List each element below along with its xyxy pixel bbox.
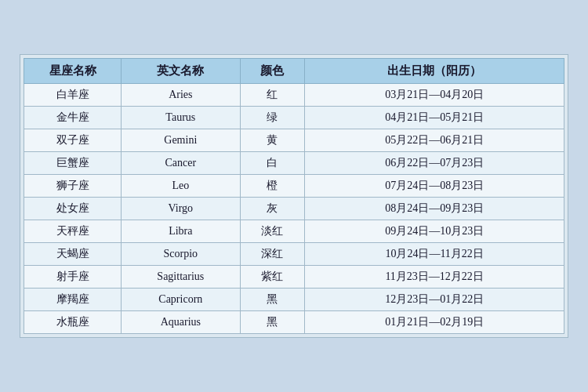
table-row: 水瓶座Aquarius黑01月21日—02月19日 [24, 311, 564, 334]
cell-color: 黄 [240, 129, 305, 152]
cell-date: 04月21日—05月21日 [305, 107, 564, 129]
cell-chinese-name: 摩羯座 [24, 289, 122, 311]
header-color: 颜色 [240, 59, 305, 84]
cell-chinese-name: 射手座 [24, 266, 122, 289]
cell-chinese-name: 双子座 [24, 129, 122, 152]
cell-english-name: Taurus [122, 107, 241, 129]
cell-english-name: Virgo [122, 198, 241, 220]
cell-color: 紫红 [240, 266, 305, 289]
cell-date: 12月23日—01月22日 [305, 289, 564, 311]
cell-english-name: Sagittarius [122, 266, 241, 289]
cell-date: 03月21日—04月20日 [305, 84, 564, 107]
table-row: 双子座Gemini黄05月22日—06月21日 [24, 129, 564, 152]
cell-color: 白 [240, 152, 305, 175]
cell-color: 淡红 [240, 220, 305, 243]
table-row: 狮子座Leo橙07月24日—08月23日 [24, 175, 564, 198]
cell-color: 深红 [240, 243, 305, 266]
zodiac-table: 星座名称 英文名称 颜色 出生日期（阳历） 白羊座Aries红03月21日—04… [24, 58, 564, 334]
table-row: 天秤座Libra淡红09月24日—10月23日 [24, 220, 564, 243]
cell-date: 09月24日—10月23日 [305, 220, 564, 243]
cell-date: 07月24日—08月23日 [305, 175, 564, 198]
cell-chinese-name: 天秤座 [24, 220, 122, 243]
cell-chinese-name: 天蝎座 [24, 243, 122, 266]
table-row: 天蝎座Scorpio深红10月24日—11月22日 [24, 243, 564, 266]
header-chinese-name: 星座名称 [24, 59, 122, 84]
cell-english-name: Cancer [122, 152, 241, 175]
cell-date: 05月22日—06月21日 [305, 129, 564, 152]
cell-english-name: Capricorn [122, 289, 241, 311]
table-row: 白羊座Aries红03月21日—04月20日 [24, 84, 564, 107]
cell-chinese-name: 巨蟹座 [24, 152, 122, 175]
cell-date: 06月22日—07月23日 [305, 152, 564, 175]
cell-color: 绿 [240, 107, 305, 129]
cell-date: 10月24日—11月22日 [305, 243, 564, 266]
cell-chinese-name: 白羊座 [24, 84, 122, 107]
cell-date: 08月24日—09月23日 [305, 198, 564, 220]
cell-color: 黑 [240, 289, 305, 311]
cell-color: 灰 [240, 198, 305, 220]
header-date: 出生日期（阳历） [305, 59, 564, 84]
cell-chinese-name: 狮子座 [24, 175, 122, 198]
table-row: 处女座Virgo灰08月24日—09月23日 [24, 198, 564, 220]
cell-english-name: Libra [122, 220, 241, 243]
table-row: 摩羯座Capricorn黑12月23日—01月22日 [24, 289, 564, 311]
cell-english-name: Aries [122, 84, 241, 107]
cell-color: 黑 [240, 311, 305, 334]
cell-date: 11月23日—12月22日 [305, 266, 564, 289]
cell-chinese-name: 水瓶座 [24, 311, 122, 334]
cell-color: 橙 [240, 175, 305, 198]
cell-english-name: Scorpio [122, 243, 241, 266]
zodiac-table-container: 星座名称 英文名称 颜色 出生日期（阳历） 白羊座Aries红03月21日—04… [20, 54, 568, 338]
table-row: 金牛座Taurus绿04月21日—05月21日 [24, 107, 564, 129]
table-header-row: 星座名称 英文名称 颜色 出生日期（阳历） [24, 59, 564, 84]
cell-english-name: Leo [122, 175, 241, 198]
table-row: 巨蟹座Cancer白06月22日—07月23日 [24, 152, 564, 175]
cell-chinese-name: 金牛座 [24, 107, 122, 129]
table-row: 射手座Sagittarius紫红11月23日—12月22日 [24, 266, 564, 289]
cell-date: 01月21日—02月19日 [305, 311, 564, 334]
cell-english-name: Gemini [122, 129, 241, 152]
cell-color: 红 [240, 84, 305, 107]
cell-english-name: Aquarius [122, 311, 241, 334]
cell-chinese-name: 处女座 [24, 198, 122, 220]
header-english-name: 英文名称 [122, 59, 241, 84]
